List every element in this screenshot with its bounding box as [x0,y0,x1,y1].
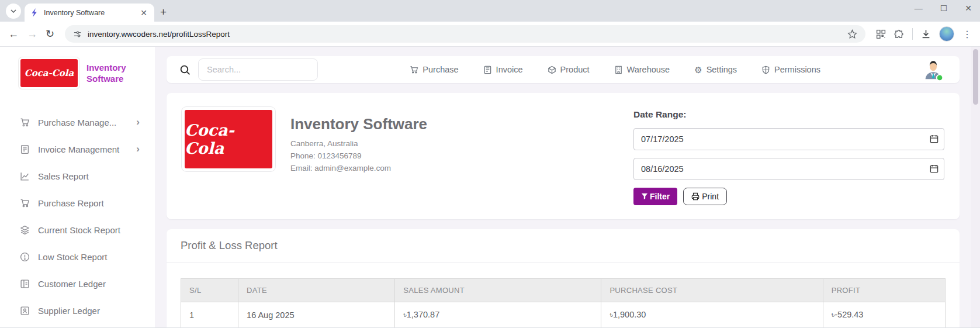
nav-invoice[interactable]: Invoice [483,65,523,74]
top-navigation: Purchase Invoice Product Warehouse ⚙ Set… [410,65,820,74]
calendar-icon[interactable] [930,164,939,173]
sidebar-item-low-stock-report[interactable]: Low Stock Report [0,243,155,270]
invoice-icon [20,144,30,154]
extensions-puzzle-icon[interactable] [894,29,904,39]
column-header-sales-amount: SALES AMOUNT [395,279,601,302]
sidebar-item-purchase-management[interactable]: Purchase Manage... › [0,109,155,136]
toolbar-divider [912,28,913,40]
scrollbar-thumb[interactable] [973,49,978,105]
column-header-purchase-cost: PURCHASE COST [601,279,823,302]
browser-menu-icon[interactable]: ⋮ [962,29,972,40]
window-maximize-button[interactable]: ☐ [940,4,948,13]
cart-icon [20,198,30,208]
column-header-sl: S/L [181,279,238,302]
online-status-dot [937,75,943,81]
sidebar-item-customer-ledger[interactable]: Customer Ledger [0,270,155,297]
nav-purchase[interactable]: Purchase [410,65,458,74]
start-date-input[interactable] [633,128,944,150]
cell-sl: 1 [181,302,238,328]
company-card: Coca-Cola Inventory Software Canberra, A… [167,93,960,219]
browser-tab[interactable]: Inventory Software ✕ [25,4,154,22]
search-icon [179,64,191,75]
nav-settings[interactable]: ⚙ Settings [694,65,737,74]
end-date-input[interactable] [633,158,944,180]
chevron-right-icon: › [136,143,140,155]
tab-close-icon[interactable]: ✕ [138,8,150,18]
back-button[interactable]: ← [8,29,19,39]
company-phone: Phone: 0123456789 [290,150,427,163]
top-bar: Purchase Invoice Product Warehouse ⚙ Set… [167,56,960,83]
contact-book-icon [20,306,30,316]
sidebar-brand[interactable]: Coca-Cola Inventory Software [19,57,146,89]
brand-name: Inventory Software [86,62,126,85]
download-icon[interactable] [921,29,931,39]
chart-line-icon [20,171,30,181]
calendar-icon[interactable] [930,134,939,143]
sidebar-item-sales-report[interactable]: Sales Report [0,163,155,189]
report-title: Profit & Loss Report [167,229,960,263]
table-row: 1 16 Aug 2025 ৳1,370.87 ৳1,900.30 ৳-529.… [181,302,946,328]
browser-profile-avatar[interactable] [939,26,954,42]
sidebar-item-purchase-report[interactable]: Purchase Report [0,189,155,216]
company-location: Canberra, Australia [290,138,427,150]
page-scrollbar[interactable] [971,47,980,327]
coca-cola-logo-text: Coca-Cola [185,121,272,157]
nav-product[interactable]: Product [548,65,590,74]
cube-icon [548,65,556,74]
cell-date: 16 Aug 2025 [238,302,395,328]
cell-sales-amount: ৳1,370.87 [395,302,601,328]
invoice-icon [483,65,492,74]
shield-icon [761,65,770,74]
cart-icon [20,118,30,127]
tab-title: Inventory Software [44,9,133,17]
nav-warehouse[interactable]: Warehouse [614,65,670,74]
search-input[interactable] [198,58,318,81]
forward-button[interactable]: → [27,29,37,39]
url-text: inventory.wwcoders.net/profitLossReport [88,30,842,39]
cell-profit: ৳-529.43 [823,302,945,328]
column-header-profit: PROFIT [823,279,945,302]
main-content: Purchase Invoice Product Warehouse ⚙ Set… [155,47,971,327]
user-avatar[interactable] [920,56,947,83]
sidebar: Coca-Cola Inventory Software Purchase Ma… [0,47,155,327]
sidebar-item-invoice-management[interactable]: Invoice Management › [0,136,155,163]
cart-icon [410,65,418,74]
coca-cola-logo-text: Coca-Cola [25,68,74,78]
gear-icon: ⚙ [694,65,702,74]
printer-icon [691,192,699,201]
alert-circle-icon [20,252,30,262]
chevron-right-icon: › [136,116,140,128]
company-email: Email: admin@example.com [290,163,427,175]
profit-loss-table: S/L DATE SALES AMOUNT PURCHASE COST PROF… [181,278,946,327]
filter-button[interactable]: Filter [633,188,677,205]
report-card: Profit & Loss Report S/L DATE SALES AMOU… [167,229,960,327]
browser-tab-strip: Inventory Software ✕ + — ☐ ✕ [0,0,980,22]
sidebar-item-supplier-ledger[interactable]: Supplier Ledger [0,297,155,324]
warehouse-icon [614,65,623,74]
layers-icon [20,225,30,235]
tab-search-button[interactable] [6,4,21,19]
company-logo: Coca-Cola [182,107,275,171]
column-header-date: DATE [238,279,395,302]
funnel-icon [641,193,648,200]
reload-button[interactable]: ↻ [46,29,54,39]
date-range-section: Date Range: Filter Print [633,107,944,205]
sidebar-logo: Coca-Cola [19,57,79,89]
new-tab-button[interactable]: + [160,6,167,18]
print-button[interactable]: Print [683,188,727,205]
ledger-icon [20,279,30,289]
window-minimize-button[interactable]: — [915,4,923,13]
lens-icon[interactable] [876,29,886,39]
bookmark-star-icon[interactable] [847,29,857,39]
window-close-button[interactable]: ✕ [965,4,972,13]
table-header-row: S/L DATE SALES AMOUNT PURCHASE COST PROF… [181,279,946,302]
cell-purchase-cost: ৳1,900.30 [601,302,823,328]
url-bar[interactable]: inventory.wwcoders.net/profitLossReport [65,25,865,43]
site-settings-icon [73,30,82,39]
page-body: Coca-Cola Inventory Software Purchase Ma… [0,47,980,327]
nav-permissions[interactable]: Permissions [761,65,820,74]
chevron-down-icon [11,9,16,13]
company-name: Inventory Software [290,115,427,133]
sidebar-item-current-stock-report[interactable]: Current Stock Report [0,216,155,243]
date-range-label: Date Range: [633,109,944,120]
